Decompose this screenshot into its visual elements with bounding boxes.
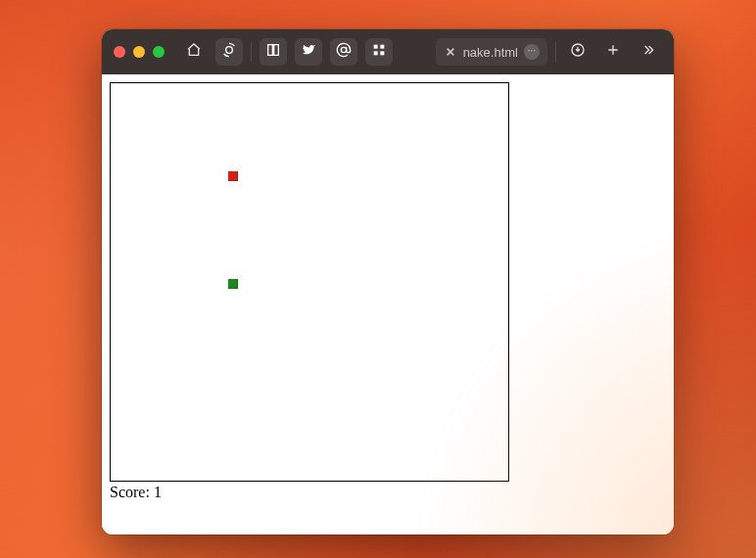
at-icon (336, 42, 352, 62)
page-content: Score: 1 (102, 74, 674, 535)
swirl-icon (221, 42, 237, 62)
score-display: Score: 1 (110, 484, 666, 501)
home-button[interactable] (180, 38, 208, 66)
snake-segment (228, 279, 238, 289)
score-value: 1 (154, 484, 162, 500)
book-icon (265, 42, 281, 62)
close-window-button[interactable] (114, 46, 125, 58)
window-toolbar: nake.html ··· (102, 29, 674, 74)
grid-icon (371, 42, 387, 62)
overflow-button[interactable] (635, 38, 662, 66)
twitter-icon (301, 42, 316, 62)
pinned-site-grid[interactable] (365, 38, 393, 66)
pinned-site-mastodon[interactable] (330, 38, 357, 66)
pinned-site-twitter[interactable] (295, 38, 322, 66)
new-tab-button[interactable] (599, 38, 627, 66)
svg-point-0 (226, 47, 233, 54)
pinned-site-chatgpt[interactable] (215, 38, 243, 66)
svg-point-1 (341, 47, 346, 52)
score-label: Score: (110, 484, 150, 500)
svg-rect-4 (374, 51, 378, 55)
pinned-site-reader[interactable] (260, 38, 287, 66)
tab-more-button[interactable]: ··· (524, 44, 540, 60)
home-icon (186, 42, 202, 62)
download-icon (570, 42, 586, 62)
toolbar-separator (555, 42, 556, 62)
tab-title: nake.html (463, 45, 518, 60)
close-tab-button[interactable] (444, 45, 457, 59)
game-board[interactable] (110, 82, 509, 482)
svg-rect-2 (374, 45, 378, 49)
chevron-double-right-icon (640, 42, 656, 62)
food-cell (228, 171, 238, 181)
minimize-window-button[interactable] (133, 46, 145, 58)
active-tab[interactable]: nake.html ··· (436, 38, 547, 66)
zoom-window-button[interactable] (153, 46, 165, 58)
downloads-button[interactable] (564, 38, 591, 66)
toolbar-separator (251, 42, 252, 62)
plus-icon (605, 42, 621, 62)
svg-rect-5 (380, 51, 384, 55)
svg-rect-3 (380, 45, 384, 49)
traffic-lights (114, 46, 165, 58)
browser-window: nake.html ··· (102, 29, 674, 535)
